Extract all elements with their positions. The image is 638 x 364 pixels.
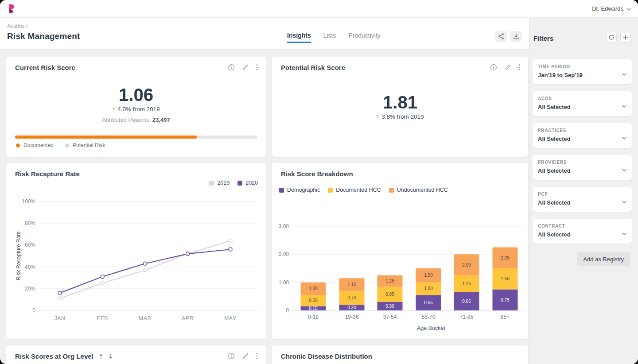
svg-text:20%: 20%	[25, 286, 35, 292]
change-text: 4.0% from 2019	[117, 106, 160, 112]
tab-insights[interactable]: Insights	[287, 30, 311, 43]
chevron-down-icon	[622, 201, 626, 203]
svg-text:0.70: 0.70	[347, 295, 356, 300]
sort-descending-icon[interactable]	[109, 353, 113, 359]
svg-text:0.55: 0.55	[424, 300, 433, 305]
attributed-value: 23,497	[152, 116, 170, 123]
svg-text:JAN: JAN	[54, 315, 65, 321]
svg-text:1.50: 1.50	[501, 276, 510, 281]
filter-time-period[interactable]: TIME PERIOD Jan'19 to Sep'19	[533, 59, 632, 84]
add-as-registry-button[interactable]: Add as Registry	[577, 252, 630, 266]
svg-text:FEB: FEB	[97, 315, 108, 321]
filter-providers[interactable]: PROVIDERS All Selected	[533, 155, 632, 180]
filter-acos[interactable]: ACOS All Selected	[533, 91, 632, 116]
filter-label: CONTRACT	[538, 224, 626, 228]
filter-value: Jan'19 to Sep'19	[538, 72, 626, 78]
card-title: Risk Score Breakdown	[281, 170, 353, 178]
sort-ascending-icon[interactable]	[99, 353, 103, 359]
legend-label: Documented HCC	[336, 187, 381, 193]
filter-label: PRACTICES	[538, 128, 626, 133]
filter-contract[interactable]: CONTRACT All Selected	[533, 219, 632, 244]
svg-text:0.15: 0.15	[309, 306, 318, 311]
svg-text:APR: APR	[182, 315, 194, 321]
legend-item-documented: Documented	[16, 142, 54, 148]
add-filter-button[interactable]	[620, 32, 631, 43]
current-risk-value: 1.06	[6, 85, 266, 105]
filter-value: All Selected	[538, 231, 626, 238]
legend-label: 2020	[245, 180, 258, 186]
filter-label: PCP	[538, 192, 626, 197]
svg-text:19-36: 19-36	[345, 314, 359, 320]
svg-text:85+: 85+	[501, 314, 510, 320]
info-icon[interactable]	[490, 64, 497, 71]
kebab-menu-icon[interactable]	[256, 352, 258, 360]
edit-pencil-icon[interactable]	[242, 352, 249, 360]
svg-text:1.15: 1.15	[347, 282, 356, 287]
chevron-down-icon	[622, 137, 626, 139]
tab-productivity[interactable]: Productivity	[348, 30, 380, 43]
chevron-down-icon	[622, 169, 626, 171]
reset-filters-button[interactable]	[606, 32, 617, 43]
filter-value: All Selected	[538, 136, 626, 142]
info-icon[interactable]	[228, 64, 235, 71]
share-button[interactable]	[495, 31, 507, 42]
svg-text:3.00: 3.00	[279, 223, 289, 229]
filter-value: All Selected	[538, 167, 626, 174]
download-button[interactable]	[510, 31, 522, 42]
logo-icon	[7, 4, 17, 14]
svg-text:2.00: 2.00	[279, 251, 289, 257]
svg-text:0: 0	[32, 307, 35, 314]
legend-label: Undocumented HCC	[397, 187, 448, 193]
user-menu[interactable]: Dr. Edwards	[592, 5, 631, 12]
tab-lists[interactable]: Lists	[323, 30, 336, 43]
series-2020-swatch-icon	[237, 181, 242, 186]
filter-practices[interactable]: PRACTICES All Selected	[533, 123, 632, 148]
filter-list: TIME PERIOD Jan'19 to Sep'19 ACOS All Se…	[533, 59, 632, 244]
edit-pencil-icon[interactable]	[242, 64, 249, 71]
info-icon[interactable]	[228, 352, 235, 360]
app-logo[interactable]	[7, 4, 17, 14]
kebab-menu-icon[interactable]	[256, 64, 258, 71]
card-title: Chronic Disease Distribution	[281, 352, 372, 360]
up-arrow-icon	[376, 113, 381, 120]
svg-text:MAR: MAR	[139, 315, 152, 321]
legend-item-demographic: Demographic	[279, 187, 320, 193]
attributed-label: Attributed Patients:	[102, 116, 151, 123]
svg-text:1.00: 1.00	[309, 286, 318, 291]
edit-pencil-icon[interactable]	[504, 64, 511, 71]
app-window: Dr. Edwards Actions / Risk Management In…	[0, 0, 638, 364]
up-arrow-icon	[112, 106, 117, 112]
svg-text:1.00: 1.00	[424, 286, 433, 291]
documented-dot-icon	[16, 143, 20, 147]
svg-text:55-70: 55-70	[422, 314, 436, 320]
kebab-menu-icon[interactable]	[518, 64, 520, 71]
svg-text:0.65: 0.65	[462, 299, 471, 304]
attributed-patients: Attributed Patients:23,497	[6, 116, 266, 123]
refresh-icon	[608, 34, 615, 40]
current-risk-score-card: Current Risk Score 1.06 4.0% from 2019 A…	[6, 57, 266, 157]
page-title: Risk Management	[7, 31, 80, 41]
breakdown-legend: Demographic Documented HCC Undocumented …	[279, 187, 448, 193]
svg-text:2.25: 2.25	[501, 256, 510, 260]
svg-text:1.25: 1.25	[385, 279, 394, 283]
svg-text:40%: 40%	[25, 264, 35, 270]
svg-text:1.50: 1.50	[424, 273, 433, 278]
chevron-down-icon	[622, 73, 626, 76]
svg-text:1.00: 1.00	[279, 279, 289, 286]
potential-risk-score-card: Potential Risk Score 1.81 3.8% from 2019	[272, 57, 528, 157]
legend-item-undocumented-hcc: Undocumented HCC	[389, 187, 448, 193]
svg-text:37-54: 37-54	[383, 314, 397, 320]
svg-text:0.20: 0.20	[347, 305, 356, 310]
risk-recapture-rate-card: Risk Recapture Rate 2019 2020 020%40%60%…	[6, 163, 266, 339]
svg-text:MAY: MAY	[224, 315, 237, 321]
svg-text:1.25: 1.25	[462, 281, 471, 286]
legend-label: Documented	[23, 142, 54, 148]
potential-dot-icon	[65, 143, 69, 147]
filters-actions	[606, 32, 631, 43]
svg-text:71-85: 71-85	[460, 314, 474, 320]
breadcrumb[interactable]: Actions /	[7, 23, 80, 29]
svg-text:0.30: 0.30	[385, 304, 394, 309]
filter-pcp[interactable]: PCP All Selected	[533, 187, 632, 212]
chevron-down-icon	[622, 232, 626, 235]
legend-label: Potential Risk	[73, 142, 105, 148]
